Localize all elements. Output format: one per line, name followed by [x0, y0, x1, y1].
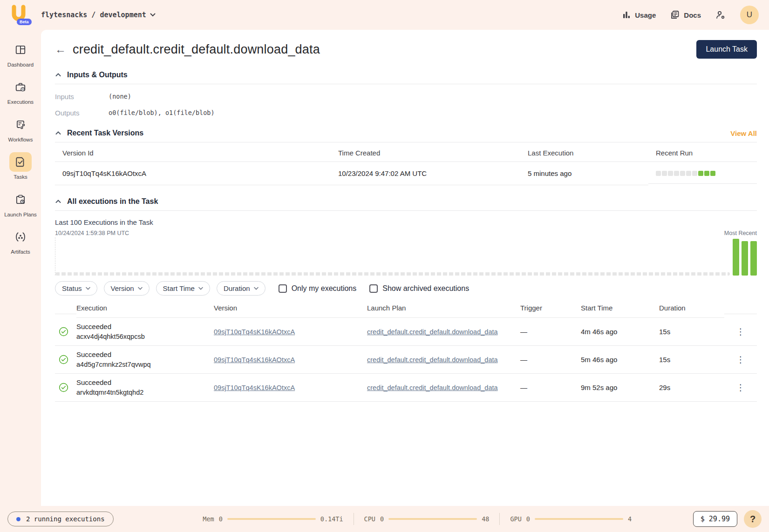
most-recent-label: Most Recent — [724, 230, 757, 236]
execution-cell: Succeeded acxv4dj4qhkt56xqpcsb — [76, 323, 214, 341]
project-domain-selector[interactable]: flytesnacks / development — [41, 11, 156, 19]
gauge-separator — [354, 513, 354, 525]
trigger-cell: — — [520, 384, 581, 391]
column-header: Duration — [659, 296, 724, 318]
status-filter-dropdown[interactable]: Status — [55, 281, 97, 296]
page-header: ← credit_default.credit_default.download… — [55, 40, 757, 59]
usage-bars-icon — [622, 10, 631, 20]
breadcrumb: flytesnacks / development — [41, 11, 146, 19]
show-archived-checkbox[interactable]: Show archived executions — [369, 284, 469, 293]
sidebar-item-tasks[interactable]: Tasks — [1, 152, 40, 180]
usage-link[interactable]: Usage — [622, 10, 656, 20]
union-logo[interactable]: Beta — [9, 4, 30, 26]
launch-plan-cell: credit_default.credit_default.download_d… — [367, 328, 520, 336]
outputs-value: o0(file/blob), o1(file/blob) — [109, 109, 215, 117]
docs-link[interactable]: Docs — [670, 10, 701, 20]
checkbox-box[interactable] — [369, 284, 378, 293]
row-actions-menu[interactable]: ⋮ — [724, 382, 757, 393]
user-settings-button[interactable] — [715, 9, 726, 20]
checkbox-label: Show archived executions — [382, 284, 469, 293]
gauge-max: 48 — [482, 515, 489, 523]
collapse-chevron-icon[interactable] — [55, 198, 61, 205]
duration-filter-dropdown[interactable]: Duration — [217, 281, 265, 296]
execution-bar[interactable] — [742, 241, 748, 276]
execution-table-row[interactable]: Succeeded a4d5g7cmnkz2st7qvwpq 09sjT10qT… — [55, 346, 757, 374]
filters-row: Status Version Start Time Duration Only … — [55, 281, 757, 296]
back-button[interactable]: ← — [55, 44, 66, 55]
column-header: Version — [214, 296, 367, 318]
column-header: Execution — [76, 296, 214, 318]
version-link[interactable]: 09sjT10qTq4sK16kAOtxcA — [214, 328, 295, 336]
launch-plan-link[interactable]: credit_default.credit_default.download_d… — [367, 356, 498, 364]
version-link[interactable]: 09sjT10qTq4sK16kAOtxcA — [214, 384, 295, 391]
last-execution: 5 minutes ago — [520, 162, 648, 185]
versions-table-header: Version Id Time Created Last Execution R… — [55, 142, 757, 162]
execution-status: Succeeded — [76, 378, 214, 387]
status-cell — [55, 355, 76, 364]
chevron-down-icon — [86, 287, 90, 290]
checkbox-box[interactable] — [279, 284, 287, 293]
launch-task-button[interactable]: Launch Task — [696, 40, 757, 59]
sidebar-nav: Dashboard Executions Workflows Tasks — [0, 30, 41, 506]
gauge-separator — [499, 513, 500, 525]
running-executions-pill[interactable]: 2 running executions — [7, 512, 114, 526]
version-cell: 09sjT10qTq4sK16kAOtxcA — [214, 384, 367, 391]
chevron-down-icon — [254, 287, 259, 290]
execution-table-row[interactable]: Succeeded acxv4dj4qhkt56xqpcsb 09sjT10qT… — [55, 318, 757, 346]
sidebar-item-dashboard[interactable]: Dashboard — [1, 40, 40, 68]
sidebar-item-artifacts[interactable]: Artifacts — [1, 227, 40, 255]
sidebar-item-label: Workflows — [8, 136, 33, 143]
usage-label: Usage — [635, 11, 656, 19]
launch-plan-link[interactable]: credit_default.credit_default.download_d… — [367, 384, 498, 391]
sidebar-item-workflows[interactable]: Workflows — [1, 115, 40, 143]
timeline-baseline — [55, 272, 730, 276]
sidebar-item-launch-plans[interactable]: Launch Plans — [1, 190, 40, 218]
execution-id: acxv4dj4qhkt56xqpcsb — [76, 332, 214, 341]
sidebar-item-label: Launch Plans — [4, 211, 37, 218]
gauge-track — [388, 518, 477, 520]
succeeded-check-icon — [59, 355, 68, 364]
start-time-filter-dropdown[interactable]: Start Time — [156, 281, 210, 296]
version-link[interactable]: 09sjT10qTq4sK16kAOtxcA — [214, 356, 295, 364]
only-my-executions-checkbox[interactable]: Only my executions — [279, 284, 357, 293]
sidebar-item-executions[interactable]: Executions — [1, 77, 40, 105]
launch-plan-cell: credit_default.credit_default.download_d… — [367, 356, 520, 364]
avatar-initial: U — [747, 10, 752, 20]
running-executions-label: 2 running executions — [26, 515, 105, 523]
gauge-track — [535, 518, 623, 520]
view-all-link[interactable]: View All — [730, 129, 757, 137]
chevron-down-icon — [138, 287, 143, 290]
launch-plan-link[interactable]: credit_default.credit_default.download_d… — [367, 328, 498, 336]
gauge-max: 0.14Ti — [320, 515, 343, 523]
collapse-chevron-icon[interactable] — [55, 72, 61, 78]
avatar[interactable]: U — [740, 6, 759, 24]
chart-start-timestamp: 10/24/2024 1:59:38 PM UTC — [55, 230, 129, 236]
filter-label: Status — [62, 284, 82, 292]
version-filter-dropdown[interactable]: Version — [104, 281, 150, 296]
start-time-cell: 9m 52s ago — [581, 384, 659, 391]
launch-plans-icon — [14, 194, 27, 206]
executions-icon — [14, 81, 27, 93]
status-bar: 2 running executions Mem 0 0.14Ti CPU 0 … — [0, 506, 769, 532]
status-cell — [55, 383, 76, 392]
execution-bar[interactable] — [750, 241, 757, 276]
row-actions-menu[interactable]: ⋮ — [724, 354, 757, 365]
version-row[interactable]: 09sjT10qTq4sK16kAOtxcA 10/23/2024 9:47:0… — [55, 162, 757, 185]
duration-cell: 15s — [659, 328, 724, 336]
execution-id: arvkdtqmr4tn5kgtqhd2 — [76, 388, 214, 397]
collapse-chevron-icon[interactable] — [55, 130, 61, 136]
row-actions-menu[interactable]: ⋮ — [724, 326, 757, 337]
running-dot-icon — [16, 517, 20, 521]
start-time-cell: 4m 46s ago — [581, 328, 659, 336]
gauge-label: CPU — [364, 515, 375, 523]
io-section-header: Inputs & Outputs — [55, 71, 757, 84]
execution-table-row[interactable]: Succeeded arvkdtqmr4tn5kgtqhd2 09sjT10qT… — [55, 374, 757, 402]
execution-id: a4d5g7cmnkz2st7qvwpq — [76, 360, 214, 369]
inputs-label: Inputs — [55, 93, 109, 101]
actions-column-spacer — [724, 300, 757, 314]
docs-icon — [670, 10, 680, 20]
execution-bar[interactable] — [733, 239, 739, 276]
help-button[interactable]: ? — [744, 510, 762, 528]
executions-table-header: Execution Version Launch Plan Trigger St… — [55, 296, 757, 318]
cost-button[interactable]: $ 29.99 — [693, 511, 737, 527]
